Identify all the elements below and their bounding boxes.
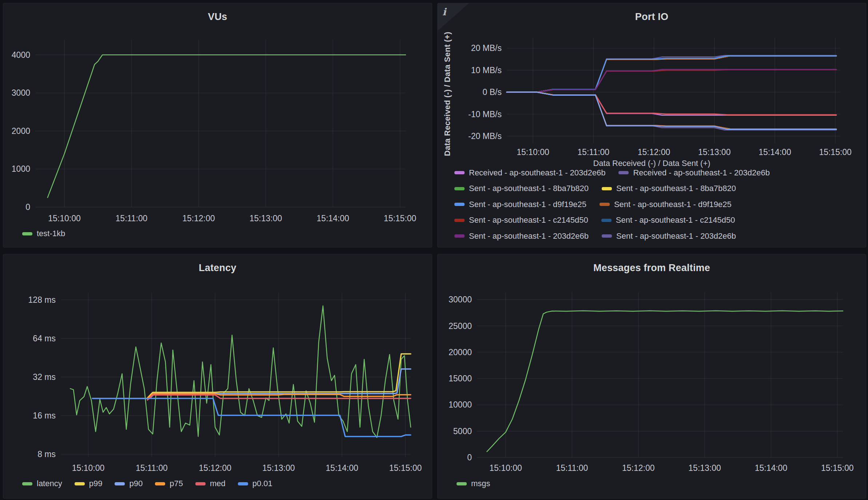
messages-chart-area[interactable] — [477, 292, 843, 457]
vus-chart-area[interactable] — [35, 40, 406, 207]
legend-item[interactable]: p90 — [115, 479, 143, 488]
latency-chart-area[interactable] — [61, 293, 411, 457]
panel-title-latency[interactable]: Latency — [3, 262, 432, 274]
latency-plot[interactable] — [61, 293, 411, 457]
legend-item[interactable]: p99 — [75, 479, 103, 488]
panel-title-vus[interactable]: VUs — [3, 11, 432, 23]
legend-label: Sent - ap-southeast-1 - c2145d50 — [469, 215, 588, 225]
legend-item[interactable]: test-1kb — [22, 229, 65, 238]
legend-swatch-icon — [600, 203, 610, 206]
y-tick-label: 5000 — [438, 426, 472, 436]
y-tick-label: 8 ms — [3, 449, 56, 459]
series-Sent - ap-southeast-1 - 8ba7b820 — [507, 56, 836, 92]
x-tick-label: 15:14:00 — [749, 147, 800, 158]
y-tick-label: 3000 — [3, 88, 30, 98]
series-Sent - ap-southeast-1 - 8ba7b820 — [507, 56, 836, 92]
x-tick-label: 15:13:00 — [240, 213, 291, 224]
legend-swatch-icon — [195, 482, 206, 485]
x-tick-label: 15:15:00 — [812, 463, 863, 473]
x-tick-label: 15:11:00 — [546, 463, 597, 473]
x-tick-label: 15:10:00 — [39, 213, 90, 224]
x-tick-label: 15:11:00 — [106, 213, 157, 224]
port-io-chart-area[interactable] — [507, 38, 840, 143]
series-Received - ap-southeast-1 - d9f19e25 — [507, 92, 836, 129]
x-tick-label: 15:12:00 — [173, 213, 224, 224]
x-tick-label: 15:11:00 — [568, 147, 619, 158]
legend-item[interactable]: Sent - ap-southeast-1 - 203d2e6b — [454, 231, 589, 241]
legend-label: Sent - ap-southeast-1 - 203d2e6b — [469, 231, 589, 241]
legend-label: msgs — [471, 479, 490, 488]
legend-row: Sent - ap-southeast-1 - c2145d50Sent - a… — [454, 213, 860, 229]
x-tick-label: 15:15:00 — [810, 147, 861, 158]
panel-messages: Messages from Realtime msgs 050001000015… — [437, 254, 866, 499]
messages-plot[interactable] — [477, 292, 843, 457]
legend-item[interactable]: Sent - ap-southeast-1 - 8ba7b820 — [602, 184, 736, 193]
legend-item[interactable]: Received - ap-southeast-1 - 203d2e6b — [618, 168, 769, 178]
legend-row: Sent - ap-southeast-1 - 8ba7b820Sent - a… — [454, 181, 860, 197]
legend-swatch-icon — [75, 482, 85, 485]
x-tick-label: 15:12:00 — [190, 463, 240, 473]
x-tick-label: 15:14:00 — [307, 213, 358, 224]
legend-item[interactable]: msgs — [457, 479, 490, 488]
legend-item[interactable]: Sent - ap-southeast-1 - c2145d50 — [454, 215, 588, 225]
series-Received - ap-southeast-1 - 8ba7b820 — [507, 92, 836, 129]
legend-swatch-icon — [454, 171, 465, 174]
messages-legend: msgs — [457, 477, 490, 490]
y-tick-label: 16 ms — [3, 411, 56, 420]
y-tick-label: -20 MB/s — [438, 131, 502, 141]
panel-latency: Latency latencyp99p90p75medp0.01 8 ms16 … — [3, 254, 432, 499]
panel-title-port-io[interactable]: Port IO — [438, 11, 866, 23]
series-test-1kb — [48, 55, 406, 198]
legend-item[interactable]: Sent - ap-southeast-1 - d9f19e25 — [454, 200, 586, 209]
x-tick-label: 15:14:00 — [745, 463, 796, 473]
legend-swatch-icon — [22, 482, 32, 485]
legend-label: Sent - ap-southeast-1 - d9f19e25 — [469, 200, 586, 209]
legend-item[interactable]: Sent - ap-southeast-1 - 8ba7b820 — [454, 184, 589, 193]
legend-label: test-1kb — [37, 229, 65, 238]
legend-item[interactable]: med — [195, 479, 226, 488]
series-msgs — [487, 311, 843, 452]
y-tick-label: 10 MB/s — [438, 66, 502, 75]
x-tick-label: 15:10:00 — [480, 463, 531, 473]
panel-port-io: i Port IO Data Received (-) / Data Sent … — [437, 3, 866, 247]
legend-row: Sent - ap-southeast-1 - 203d2e6bSent - a… — [454, 228, 860, 244]
series-Received - ap-southeast-1 - 203d2e6b — [507, 92, 836, 130]
legend-item[interactable]: p0.01 — [238, 479, 272, 488]
legend-swatch-icon — [454, 203, 465, 206]
legend-item[interactable]: Sent - ap-southeast-1 - c2145d50 — [601, 215, 735, 225]
y-tick-label: 128 ms — [3, 295, 56, 305]
y-tick-label: 20 MB/s — [438, 43, 502, 53]
legend-item[interactable]: Received - ap-southeast-1 - 203d2e6b — [454, 168, 605, 178]
legend-swatch-icon — [602, 187, 612, 190]
legend-row: Sent - ap-southeast-1 - d9f19e25Sent - a… — [454, 197, 860, 213]
panel-vus: VUs test-1kb 0100020003000400015:10:0015… — [3, 3, 432, 247]
legend-label: Received - ap-southeast-1 - 203d2e6b — [633, 168, 769, 178]
y-tick-label: 10000 — [438, 400, 472, 409]
legend-swatch-icon — [155, 482, 165, 485]
vus-legend: test-1kb — [22, 227, 65, 240]
legend-label: Sent - ap-southeast-1 - 8ba7b820 — [616, 184, 736, 193]
series-Sent - ap-southeast-1 - 203d2e6b — [507, 70, 836, 92]
legend-label: med — [210, 479, 226, 488]
y-tick-label: 0 — [438, 453, 472, 462]
legend-item[interactable]: Sent - ap-southeast-1 - d9f19e25 — [600, 200, 732, 209]
legend-label: p90 — [129, 479, 143, 488]
series-Received - ap-southeast-1 - d9f19e25 — [507, 92, 836, 129]
y-tick-label: 0 B/s — [438, 87, 502, 97]
legend-swatch-icon — [238, 482, 248, 485]
y-tick-label: 30000 — [438, 295, 472, 304]
legend-swatch-icon — [454, 219, 465, 222]
port_io-plot[interactable] — [507, 38, 840, 143]
legend-item[interactable]: latency — [22, 479, 62, 488]
panel-title-messages[interactable]: Messages from Realtime — [438, 262, 866, 274]
legend-item[interactable]: p75 — [155, 479, 183, 488]
vus-plot[interactable] — [35, 40, 406, 207]
series-Sent - ap-southeast-1 - d9f19e25 — [507, 56, 836, 92]
x-tick-label: 15:15:00 — [375, 213, 426, 224]
y-tick-label: 25000 — [438, 321, 472, 331]
legend-label: Sent - ap-southeast-1 - d9f19e25 — [614, 200, 732, 209]
legend-item[interactable]: Sent - ap-southeast-1 - 203d2e6b — [602, 231, 736, 241]
legend-swatch-icon — [454, 234, 465, 238]
legend-swatch-icon — [457, 482, 467, 485]
x-tick-label: 15:12:00 — [628, 147, 679, 158]
